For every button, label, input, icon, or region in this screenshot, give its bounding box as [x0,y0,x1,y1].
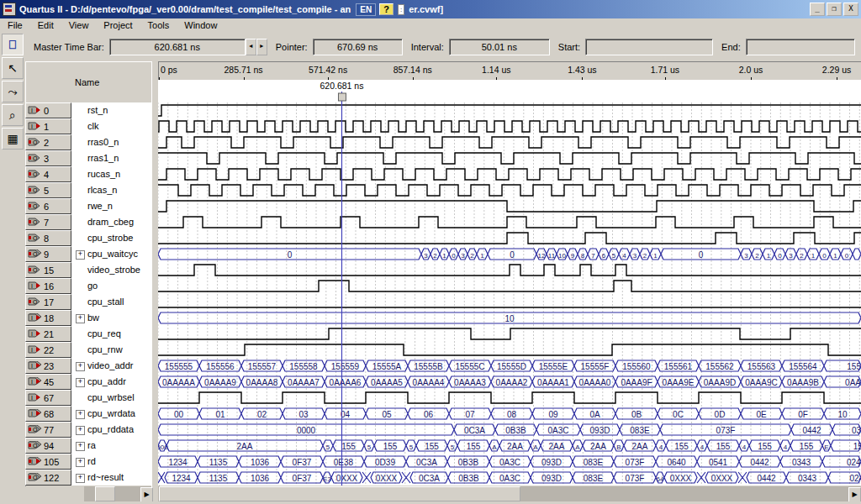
svg-text:1: 1 [767,252,771,260]
svg-text:I: I [31,315,33,321]
row-select-button[interactable]: I68 [25,406,71,422]
signal-row-ra[interactable]: O94+ra [25,438,151,454]
expand-icon[interactable]: + [76,474,85,483]
row-select-button[interactable]: I22 [25,342,71,358]
close-button[interactable]: X [843,3,858,16]
signal-row-rras0_n[interactable]: O2rras0_n [25,134,151,150]
waveform-editor-icon[interactable]: ⎕ [2,34,24,55]
svg-text:0: 0 [822,252,827,260]
svg-text:O: O [33,203,38,209]
row-select-button[interactable]: O15 [25,262,71,278]
row-select-button[interactable]: O94 [25,438,71,454]
row-select-button[interactable]: O8 [25,230,71,246]
svg-text:155556: 155556 [206,362,235,371]
signal-name: clk [87,121,98,131]
menu-item-project[interactable]: Project [96,20,140,30]
expand-icon[interactable]: + [76,426,85,435]
svg-text:155564: 155564 [789,362,817,371]
master-time-decrement-button[interactable]: ◂ [246,39,256,55]
row-select-button[interactable]: I45 [25,374,71,390]
signal-row-cpu_wrdata[interactable]: I68+cpu_wrdata [25,406,151,422]
expand-icon[interactable]: + [76,458,85,467]
signal-row-cpu_stall[interactable]: O17cpu_stall [25,294,151,310]
signal-row-cpu_waitcyc[interactable]: O9+cpu_waitcyc [25,246,151,262]
signal-row-rst_n[interactable]: I0rst_n [25,102,151,118]
signal-row-rucas_n[interactable]: O4rucas_n [25,166,151,182]
expand-icon[interactable]: + [76,362,85,371]
menu-item-window[interactable]: Window [177,20,224,30]
menu-item-view[interactable]: View [61,20,97,30]
row-select-button[interactable]: I18 [25,310,71,326]
signal-row-go[interactable]: I16go [25,278,151,294]
start-label: Start: [558,42,580,52]
svg-text:O: O [33,235,38,241]
restore-button[interactable]: ❐ [827,3,842,16]
menu-item-tools[interactable]: Tools [140,20,177,30]
row-select-button[interactable]: I105 [25,454,71,470]
signal-row-cpu_strobe[interactable]: O8cpu_strobe [25,230,151,246]
signal-row-cpu_addr[interactable]: I45+cpu_addr [25,374,151,390]
row-select-button[interactable]: O7 [25,214,71,230]
row-select-button[interactable]: O122 [25,470,71,486]
name-scrollbar-thumb[interactable] [95,486,115,501]
language-indicator[interactable]: EN [356,3,376,16]
row-select-button[interactable]: O9 [25,246,71,262]
signal-row-clk[interactable]: I1clk [25,118,151,134]
time-ruler[interactable]: 0 ps285.71 ns571.42 ns857.14 ns1.14 us1.… [158,61,861,81]
row-select-button[interactable]: I67 [25,390,71,406]
row-select-button[interactable]: O6 [25,198,71,214]
svg-text:4: 4 [659,444,663,451]
expand-icon[interactable]: + [76,250,85,260]
full-screen-icon[interactable]: ▦ [2,128,24,150]
selection-tool-icon[interactable]: ↖ [2,57,24,79]
expand-icon[interactable]: + [76,442,85,451]
language-bar-options-icon[interactable]: : [398,4,404,15]
wave-scroll-right-icon[interactable]: ▶ [848,487,861,502]
signal-row-rras1_n[interactable]: O3rras1_n [25,150,151,166]
row-select-button[interactable]: O17 [25,294,71,310]
row-select-button[interactable]: O2 [25,134,71,150]
name-scroll-right-icon[interactable]: ▶ [140,487,153,502]
title-bar[interactable]: Quartus II - D:/d/pentevo/fpga/_ver0.00/… [0,0,861,18]
output-pin-icon: O [28,138,42,147]
expand-icon[interactable]: + [76,378,85,387]
row-select-button[interactable]: I16 [25,278,71,294]
signal-row-cpu_wrbsel[interactable]: I67cpu_wrbsel [25,390,151,406]
row-select-button[interactable]: O3 [25,150,71,166]
signal-row-video_addr[interactable]: I23+video_addr [25,358,151,374]
signal-row-cpu_rddata[interactable]: O77+cpu_rddata [25,422,151,438]
menu-item-edit[interactable]: Edit [30,20,61,30]
row-select-button[interactable]: O5 [25,182,71,198]
expand-icon[interactable]: + [76,314,85,323]
zoom-tool-icon[interactable]: ⌕ [2,104,24,126]
minimize-button[interactable]: _ [810,3,825,16]
expand-icon[interactable]: + [76,410,85,419]
signal-row-cpu_rnw[interactable]: I22cpu_rnw [25,342,151,358]
row-select-button[interactable]: I21 [25,326,71,342]
help-icon[interactable]: ? [379,3,394,15]
cursor-handle[interactable] [338,93,346,101]
signal-row-rd[interactable]: I105+rd [25,454,151,470]
signal-row-rwe_n[interactable]: O6rwe_n [25,198,151,214]
wave-scrollbar-thumb[interactable] [159,486,520,501]
signal-row-dram_cbeg[interactable]: O7dram_cbeg [25,214,151,230]
signal-row-video_strobe[interactable]: O15video_strobe [25,262,151,278]
snap-to-transition-icon[interactable]: ⤳ [2,81,24,102]
row-select-button[interactable]: O77 [25,422,71,438]
signal-row-cpu_req[interactable]: I21cpu_req [25,326,151,342]
waveform-canvas[interactable]: 0321032101211109876543210321032101011015… [158,80,861,486]
master-time-bar-value[interactable]: 620.681 ns [109,39,246,55]
svg-text:0C3A: 0C3A [416,458,437,467]
signal-row-rlcas_n[interactable]: O5rlcas_n [25,182,151,198]
signal-row-rd~result[interactable]: O122+rd~result [25,470,151,486]
row-select-button[interactable]: I0 [25,102,71,118]
row-select-button[interactable]: O4 [25,166,71,182]
master-time-bar-label: Master Time Bar: [34,42,104,52]
signal-number: 122 [44,473,59,483]
row-select-button[interactable]: I1 [25,118,71,134]
master-time-increment-button[interactable]: ▸ [256,39,267,55]
row-select-button[interactable]: I23 [25,358,71,374]
menu-item-file[interactable]: File [0,20,30,30]
signal-row-bw[interactable]: I18+bw [25,310,151,326]
svg-text:I: I [31,379,33,385]
